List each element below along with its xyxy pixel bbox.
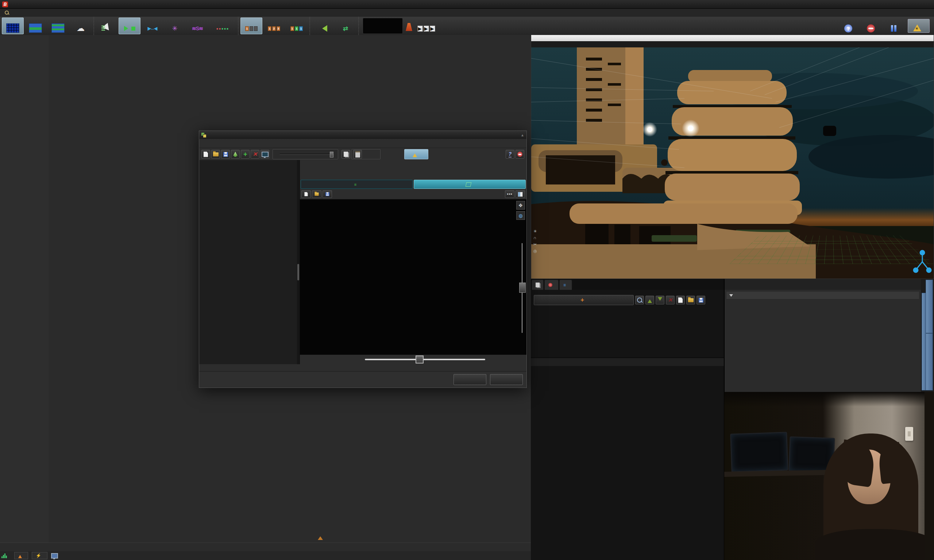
- transition-button[interactable]: ●●●●●: [209, 17, 236, 34]
- flash-solo-icon: ≋S≋: [191, 24, 203, 33]
- timeline-mode-button[interactable]: [25, 17, 46, 34]
- mesh-edit-canvas[interactable]: ✥ ◍: [300, 199, 527, 355]
- cancel-button[interactable]: [490, 374, 523, 385]
- dialog-footer: [199, 371, 527, 388]
- preview-3d-canvas[interactable]: ✳ ∩ ✂ ◎: [531, 48, 934, 278]
- levels-icon: [2, 553, 7, 558]
- sun-icon[interactable]: ✳: [533, 229, 537, 233]
- multi-cue-button[interactable]: 123: [263, 17, 285, 34]
- restart-mode-button[interactable]: ▶↔◀: [141, 17, 163, 34]
- universal-geometric-correction-button[interactable]: ≡: [301, 180, 413, 189]
- mesh-slider-handle[interactable]: [519, 283, 526, 293]
- copy-page-button[interactable]: [532, 280, 544, 290]
- flash-icon: ✳: [168, 24, 181, 33]
- projection-zones-dialog: ▲ + ✕ ?: [199, 131, 527, 388]
- mesh-columns-button[interactable]: [516, 190, 525, 198]
- pages-icon: [536, 283, 539, 287]
- flash-solo-button[interactable]: ≋S≋: [186, 17, 208, 34]
- add-zone-button[interactable]: +: [241, 150, 250, 158]
- metronome-icon[interactable]: [406, 23, 412, 31]
- paste-gc-group: [351, 149, 381, 159]
- cloud-button[interactable]: ☁: [70, 17, 92, 34]
- display-status-icon[interactable]: [51, 553, 58, 558]
- master-slider-strip: [921, 279, 934, 392]
- search-effect-button[interactable]: [635, 296, 644, 305]
- target-icon[interactable]: ◎: [533, 249, 537, 253]
- master-slider-outer[interactable]: [926, 280, 933, 391]
- cut-icon[interactable]: ✂: [533, 242, 537, 246]
- delete-effect-button[interactable]: ✕: [666, 296, 675, 305]
- dialog-titlebar[interactable]: ▲: [199, 131, 527, 139]
- show-it-now-button[interactable]: [404, 149, 428, 159]
- zone-list-scrollbar[interactable]: [297, 160, 299, 364]
- move-up-button[interactable]: [646, 296, 654, 305]
- search-icon[interactable]: [5, 10, 9, 15]
- mesh-icon: [465, 182, 472, 187]
- tcp-icon: ⚡: [36, 553, 41, 558]
- add-plus-icon: +: [581, 296, 584, 304]
- collapse-arrow-icon[interactable]: [318, 534, 323, 540]
- new-effect-button[interactable]: [676, 296, 685, 305]
- notification-center-tab[interactable]: [544, 280, 559, 290]
- export-zones-button[interactable]: [231, 150, 240, 158]
- help-button[interactable]: ?: [837, 17, 859, 34]
- swap-button[interactable]: ⇄: [334, 17, 356, 34]
- copy-gc-button[interactable]: [342, 150, 350, 158]
- back-button[interactable]: [312, 17, 334, 34]
- one-cue-button[interactable]: 1: [240, 17, 262, 34]
- new-zones-button[interactable]: [201, 150, 210, 158]
- save-effect-button[interactable]: [697, 296, 705, 305]
- mesh-save-button[interactable]: [322, 190, 332, 198]
- menu-bar: [0, 9, 934, 17]
- help-icon: ?: [844, 25, 852, 32]
- select-tool-button[interactable]: [96, 17, 118, 34]
- delete-zone-button[interactable]: ✕: [251, 150, 259, 158]
- mesh-zoom-slider[interactable]: [365, 359, 485, 360]
- brightness-slider-handle[interactable]: [330, 152, 333, 157]
- ok-button[interactable]: [453, 374, 486, 385]
- dialog-pin-icon[interactable]: ▲: [521, 133, 524, 137]
- limiters-section-header[interactable]: [726, 291, 919, 299]
- tcp-status-button[interactable]: ⚡: [32, 552, 48, 559]
- fixture-tab[interactable]: ≡: [559, 280, 572, 290]
- pan-tool-icon[interactable]: ✥: [516, 201, 525, 210]
- bpm-display[interactable]: [363, 18, 403, 34]
- pause-button[interactable]: [883, 17, 905, 34]
- mesh-open-button[interactable]: [312, 190, 321, 198]
- grid-mode-button[interactable]: [2, 17, 24, 34]
- zone-monitor-button[interactable]: [260, 150, 269, 158]
- lamp-icon[interactable]: ∩: [533, 236, 537, 240]
- playlist-mode-button[interactable]: [47, 17, 69, 34]
- toggle-mode-button[interactable]: [119, 17, 140, 34]
- dialog-blackout-button[interactable]: [516, 150, 524, 158]
- dialog-help-button[interactable]: ?: [506, 150, 515, 158]
- virtual-lj-button[interactable]: ▶▶▶: [414, 17, 438, 34]
- disable-laser-output-button[interactable]: [908, 19, 929, 33]
- flash-mode-button[interactable]: ✳: [164, 17, 186, 34]
- open-zones-button[interactable]: [211, 150, 220, 158]
- brightness-control[interactable]: [273, 149, 338, 159]
- project-view-titlebar[interactable]: [531, 35, 934, 41]
- move-down-button[interactable]: [656, 296, 664, 305]
- mesh-more-button[interactable]: •••: [505, 190, 515, 198]
- free-form-mesh-button[interactable]: [414, 180, 526, 189]
- ugc-icon: ≡: [354, 182, 356, 187]
- paste-gc-button[interactable]: [353, 150, 362, 158]
- brightness-slider[interactable]: [279, 154, 334, 155]
- mesh-zoom-handle[interactable]: [416, 355, 424, 363]
- check-status-button[interactable]: [14, 552, 28, 559]
- save-zones-button[interactable]: [221, 150, 230, 158]
- mesh-new-button[interactable]: [301, 190, 311, 198]
- timeline-icon: [29, 23, 42, 33]
- pause-icon: [887, 24, 900, 33]
- add-effect-button[interactable]: +: [534, 295, 634, 305]
- effect-panel-tabs: ≡: [531, 279, 724, 290]
- blackout-button[interactable]: [860, 17, 882, 34]
- dynamics-panel: [724, 279, 921, 392]
- mesh-vertical-slider[interactable]: [522, 243, 522, 333]
- zoom-tool-icon[interactable]: ◍: [516, 211, 525, 220]
- preview-toolbar-icons: ✳ ∩ ✂ ◎: [533, 229, 537, 253]
- cue-effect-title: [531, 290, 724, 294]
- groups-button[interactable]: 111: [286, 17, 308, 34]
- open-effect-button[interactable]: [686, 296, 695, 305]
